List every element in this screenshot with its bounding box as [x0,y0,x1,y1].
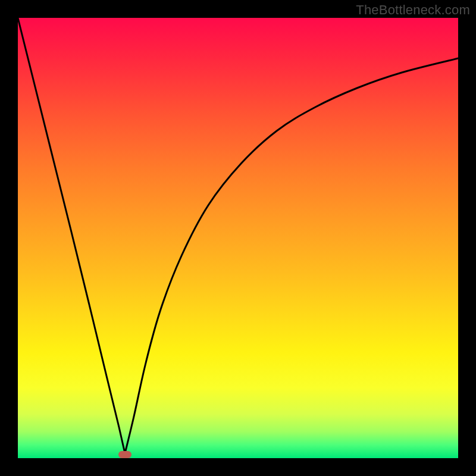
chart-frame [18,18,458,458]
bottleneck-curve [18,18,458,458]
curve-right-ascent [125,58,458,453]
minimum-marker [118,451,131,458]
curve-left-descent [18,18,125,453]
watermark-text: TheBottleneck.com [356,2,470,18]
